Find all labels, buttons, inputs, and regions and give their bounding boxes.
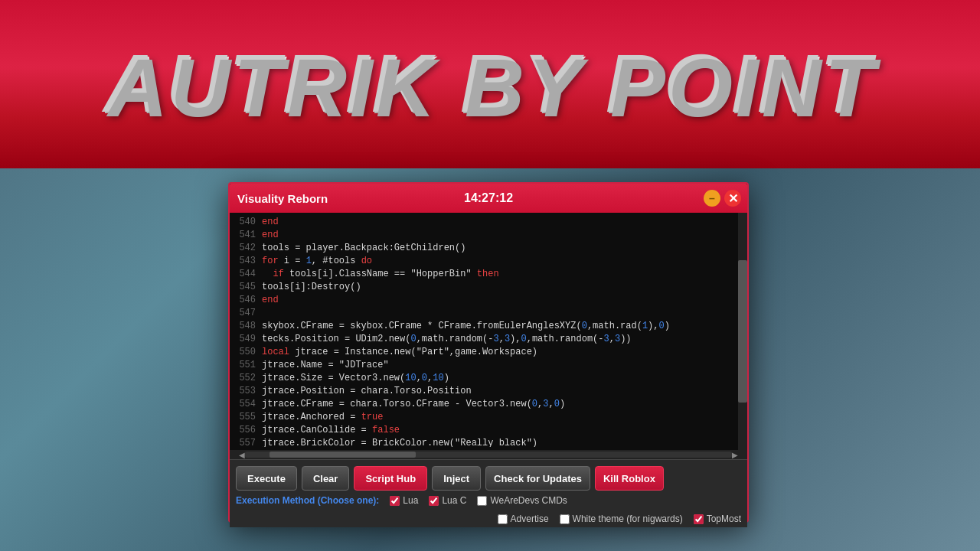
code-line: 540end bbox=[230, 216, 747, 229]
line-number: 541 bbox=[230, 229, 262, 242]
code-line: 553jtrace.Position = chara.Torso.Positio… bbox=[230, 385, 747, 398]
right-checkboxes: AdvertiseWhite theme (for nigwards)TopMo… bbox=[498, 514, 741, 524]
horizontal-scrollbar[interactable]: ◀ ▶ bbox=[230, 450, 747, 459]
line-code: tools[i]:Destroy() bbox=[262, 281, 361, 294]
execute-button[interactable]: Execute bbox=[236, 466, 297, 491]
toolbar-row1: Execute Clear Script Hub Inject Check fo… bbox=[236, 466, 741, 491]
line-number: 553 bbox=[230, 385, 262, 398]
scrollbar-thumb bbox=[738, 260, 747, 403]
line-number: 554 bbox=[230, 398, 262, 411]
line-code: jtrace.CFrame = chara.Torso.CFrame - Vec… bbox=[262, 398, 565, 411]
titlebar: Visuality Reborn 14:27:12 – ✕ bbox=[230, 184, 747, 213]
line-number: 552 bbox=[230, 372, 262, 385]
line-code: skybox.CFrame = skybox.CFrame * CFrame.f… bbox=[262, 320, 670, 333]
clear-button[interactable]: Clear bbox=[302, 466, 350, 491]
option-checkbox-label: White theme (for nigwards) bbox=[573, 514, 683, 524]
titlebar-buttons: – ✕ bbox=[704, 190, 741, 207]
code-line: 547 bbox=[230, 307, 747, 320]
line-code: jtrace.CanCollide = false bbox=[262, 424, 400, 437]
code-line: 548skybox.CFrame = skybox.CFrame * CFram… bbox=[230, 320, 747, 333]
main-window: Visuality Reborn 14:27:12 – ✕ 540end541e… bbox=[228, 182, 749, 523]
code-line: 544 if tools[i].ClassName == "HopperBin"… bbox=[230, 268, 747, 281]
close-button[interactable]: ✕ bbox=[724, 190, 741, 207]
hscroll-track bbox=[245, 452, 732, 458]
line-code: jtrace.Size = Vector3.new(10,0,10) bbox=[262, 372, 449, 385]
code-line: 551jtrace.Name = "JDTrace" bbox=[230, 359, 747, 372]
line-number: 550 bbox=[230, 346, 262, 359]
line-code: tools = player.Backpack:GetChildren() bbox=[262, 242, 466, 255]
vertical-scrollbar[interactable] bbox=[738, 213, 747, 450]
line-number: 544 bbox=[230, 268, 262, 281]
toolbar-row2: Execution Method (Choose one): LuaLua CW… bbox=[236, 495, 741, 524]
code-editor[interactable]: 540end541end542tools = player.Backpack:G… bbox=[230, 213, 747, 450]
hscroll-thumb bbox=[270, 452, 416, 458]
code-line: 541end bbox=[230, 229, 747, 242]
line-code: local jtrace = Instance.new("Part",game.… bbox=[262, 346, 537, 359]
checkupdates-button[interactable]: Check for Updates bbox=[485, 466, 590, 491]
line-code: for i = 1, #tools do bbox=[262, 255, 372, 268]
killroblox-button[interactable]: Kill Roblox bbox=[595, 466, 664, 491]
line-number: 551 bbox=[230, 359, 262, 372]
option-checkbox-label: TopMost bbox=[707, 514, 741, 524]
option-checkbox-item[interactable]: TopMost bbox=[694, 514, 741, 524]
exec-method-checkbox[interactable] bbox=[390, 496, 400, 506]
line-code: jtrace.BrickColor = BrickColor.new("Real… bbox=[262, 437, 537, 447]
code-line: 542tools = player.Backpack:GetChildren() bbox=[230, 242, 747, 255]
line-number: 549 bbox=[230, 333, 262, 346]
exec-method-checkbox-item[interactable]: WeAreDevs CMDs bbox=[477, 495, 567, 506]
line-number: 547 bbox=[230, 307, 262, 320]
code-line: 550local jtrace = Instance.new("Part",ga… bbox=[230, 346, 747, 359]
line-code: end bbox=[262, 216, 279, 229]
option-checkbox-item[interactable]: White theme (for nigwards) bbox=[560, 514, 683, 524]
code-line: 545tools[i]:Destroy() bbox=[230, 281, 747, 294]
option-checkbox-label: Advertise bbox=[511, 514, 549, 524]
code-line: 543for i = 1, #tools do bbox=[230, 255, 747, 268]
option-checkbox[interactable] bbox=[560, 514, 570, 524]
line-code: end bbox=[262, 294, 279, 307]
toolbar: Execute Clear Script Hub Inject Check fo… bbox=[230, 459, 747, 527]
line-number: 557 bbox=[230, 437, 262, 447]
code-line: 554jtrace.CFrame = chara.Torso.CFrame - … bbox=[230, 398, 747, 411]
line-number: 555 bbox=[230, 411, 262, 424]
option-checkbox-item[interactable]: Advertise bbox=[498, 514, 549, 524]
line-code: jtrace.Name = "JDTrace" bbox=[262, 359, 389, 372]
exec-method-checkbox[interactable] bbox=[477, 496, 487, 506]
scroll-left-icon[interactable]: ◀ bbox=[239, 451, 245, 459]
exec-method-checkbox-label: Lua bbox=[403, 495, 418, 506]
line-code: tecks.Position = UDim2.new(0,math.random… bbox=[262, 333, 632, 346]
exec-method-checkbox-item[interactable]: Lua bbox=[390, 495, 418, 506]
code-scroll: 540end541end542tools = player.Backpack:G… bbox=[230, 216, 747, 447]
window-time: 14:27:12 bbox=[464, 191, 513, 205]
code-line: 552jtrace.Size = Vector3.new(10,0,10) bbox=[230, 372, 747, 385]
inject-button[interactable]: Inject bbox=[432, 466, 481, 491]
line-number: 548 bbox=[230, 320, 262, 333]
line-number: 546 bbox=[230, 294, 262, 307]
line-code: jtrace.Position = chara.Torso.Position bbox=[262, 385, 472, 398]
line-number: 542 bbox=[230, 242, 262, 255]
line-number: 556 bbox=[230, 424, 262, 437]
option-checkbox[interactable] bbox=[498, 514, 508, 524]
banner: AUTRIK BY POINT bbox=[0, 0, 980, 168]
window-title: Visuality Reborn bbox=[237, 192, 328, 205]
exec-method-checkbox[interactable] bbox=[429, 496, 439, 506]
exec-method-checkbox-label: WeAreDevs CMDs bbox=[490, 495, 567, 506]
exec-method-label: Execution Method (Choose one): bbox=[236, 495, 379, 506]
code-line: 546end bbox=[230, 294, 747, 307]
code-line: 555jtrace.Anchored = true bbox=[230, 411, 747, 424]
line-code: jtrace.Anchored = true bbox=[262, 411, 383, 424]
code-line: 557jtrace.BrickColor = BrickColor.new("R… bbox=[230, 437, 747, 447]
line-number: 543 bbox=[230, 255, 262, 268]
scripthub-button[interactable]: Script Hub bbox=[354, 466, 427, 491]
exec-method-checkbox-item[interactable]: Lua C bbox=[429, 495, 466, 506]
banner-title: AUTRIK BY POINT bbox=[105, 37, 875, 132]
line-number: 545 bbox=[230, 281, 262, 294]
exec-method-checkbox-label: Lua C bbox=[442, 495, 466, 506]
line-code: end bbox=[262, 229, 279, 242]
line-code: if tools[i].ClassName == "HopperBin" the… bbox=[262, 268, 499, 281]
option-checkbox[interactable] bbox=[694, 514, 704, 524]
exec-method-checkboxes: LuaLua CWeAreDevs CMDs bbox=[390, 495, 567, 506]
minimize-button[interactable]: – bbox=[704, 190, 720, 207]
code-line: 556jtrace.CanCollide = false bbox=[230, 424, 747, 437]
scroll-right-icon[interactable]: ▶ bbox=[732, 451, 738, 459]
code-line: 549tecks.Position = UDim2.new(0,math.ran… bbox=[230, 333, 747, 346]
